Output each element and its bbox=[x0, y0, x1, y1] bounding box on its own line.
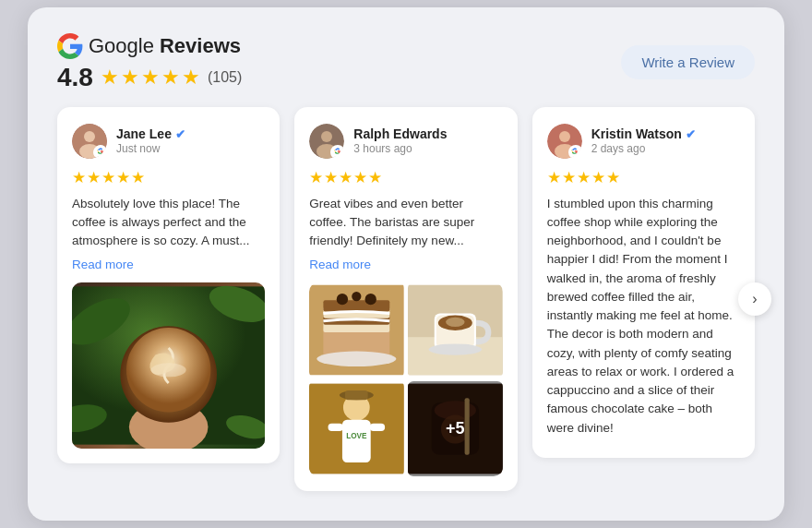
image-cell-coffee-cup bbox=[408, 282, 503, 378]
star-1: ★ bbox=[101, 66, 119, 90]
review-time-1: Just now bbox=[116, 142, 185, 155]
reviewer-row-2: Ralph Edwards 3 hours ago bbox=[309, 124, 502, 159]
google-reviews-title: Google Reviews bbox=[57, 33, 242, 59]
extra-count-overlay: +5 bbox=[408, 381, 503, 476]
reviewer-row-3: Kristin Watson ✔ 2 days ago bbox=[547, 124, 740, 159]
review-stars-2: ★ ★ ★ ★ ★ bbox=[309, 168, 502, 187]
avatar-2 bbox=[309, 124, 344, 159]
reviews-list: Jane Lee ✔ Just now ★ ★ ★ ★ ★ Absolutely… bbox=[57, 107, 755, 492]
header: Google Reviews 4.8 ★ ★ ★ ★ ★ (105) Write… bbox=[57, 33, 755, 92]
reviewer-name-3: Kristin Watson ✔ bbox=[591, 126, 696, 141]
coffee-latte-image bbox=[72, 282, 265, 449]
reviews-label: Reviews bbox=[160, 34, 241, 58]
review-text-2: Great vibes and even better coffee. The … bbox=[309, 195, 502, 251]
svg-text:LOVE: LOVE bbox=[346, 433, 367, 441]
header-stars: ★ ★ ★ ★ ★ bbox=[101, 66, 200, 90]
google-logo-icon bbox=[57, 33, 83, 59]
svg-point-51 bbox=[559, 131, 570, 142]
star-2: ★ bbox=[121, 66, 139, 90]
google-badge-icon-2 bbox=[332, 146, 344, 158]
verified-icon-3: ✔ bbox=[686, 127, 696, 141]
svg-rect-42 bbox=[370, 424, 385, 431]
svg-rect-41 bbox=[328, 424, 343, 431]
svg-point-12 bbox=[151, 364, 186, 378]
google-badge-icon bbox=[95, 146, 107, 158]
review-text-1: Absolutely love this place! The coffee i… bbox=[72, 195, 265, 251]
review-card-1: Jane Lee ✔ Just now ★ ★ ★ ★ ★ Absolutely… bbox=[57, 107, 280, 464]
rating-number: 4.8 bbox=[57, 63, 93, 92]
svg-point-1 bbox=[84, 131, 95, 142]
avatar-1 bbox=[72, 124, 107, 159]
reviewer-info-3: Kristin Watson ✔ 2 days ago bbox=[591, 126, 696, 155]
google-label: Google bbox=[89, 34, 154, 58]
header-left: Google Reviews 4.8 ★ ★ ★ ★ ★ (105) bbox=[57, 33, 242, 92]
review-stars-1: ★ ★ ★ ★ ★ bbox=[72, 168, 265, 187]
review-card-2: Ralph Edwards 3 hours ago ★ ★ ★ ★ ★ Grea… bbox=[294, 107, 517, 492]
svg-point-33 bbox=[429, 344, 482, 355]
read-more-1[interactable]: Read more bbox=[72, 258, 134, 271]
reviewer-info-1: Jane Lee ✔ Just now bbox=[116, 126, 185, 155]
google-reviews-widget: Google Reviews 4.8 ★ ★ ★ ★ ★ (105) Write… bbox=[28, 7, 784, 522]
star-4: ★ bbox=[161, 66, 180, 90]
image-cell-dark-coffee: +5 bbox=[408, 381, 503, 476]
write-review-button[interactable]: Write a Review bbox=[621, 45, 755, 79]
reviewer-info-2: Ralph Edwards 3 hours ago bbox=[353, 126, 447, 155]
image-cell-cake bbox=[309, 282, 404, 378]
svg-point-23 bbox=[337, 294, 348, 305]
avatar-3 bbox=[547, 124, 582, 159]
review-images-2: LOVE bbox=[309, 282, 502, 476]
svg-rect-22 bbox=[324, 301, 390, 312]
star-5: ★ bbox=[182, 66, 200, 90]
svg-point-25 bbox=[365, 294, 376, 305]
rating-row: 4.8 ★ ★ ★ ★ ★ (105) bbox=[57, 63, 242, 92]
svg-point-16 bbox=[332, 146, 344, 158]
reviewer-name-1: Jane Lee ✔ bbox=[116, 126, 185, 141]
chevron-right-icon: › bbox=[752, 291, 757, 307]
review-time-2: 3 hours ago bbox=[353, 142, 447, 155]
review-count: (105) bbox=[208, 69, 242, 86]
svg-rect-39 bbox=[342, 420, 371, 462]
review-text-3: I stumbled upon this charming coffee sho… bbox=[547, 195, 740, 438]
reviewer-name-2: Ralph Edwards bbox=[353, 126, 447, 141]
verified-icon-1: ✔ bbox=[175, 127, 185, 141]
review-time-3: 2 days ago bbox=[591, 142, 696, 155]
review-card-3: Kristin Watson ✔ 2 days ago ★ ★ ★ ★ ★ I … bbox=[532, 107, 755, 458]
svg-point-32 bbox=[446, 318, 465, 327]
next-arrow-button[interactable]: › bbox=[738, 282, 771, 316]
star-3: ★ bbox=[141, 66, 160, 90]
svg-point-3 bbox=[95, 146, 107, 158]
google-badge-icon-3 bbox=[569, 146, 581, 158]
read-more-2[interactable]: Read more bbox=[309, 258, 371, 271]
svg-point-26 bbox=[317, 352, 397, 366]
image-cell-girl: LOVE bbox=[309, 381, 404, 476]
svg-rect-38 bbox=[345, 390, 368, 400]
svg-point-14 bbox=[321, 131, 332, 142]
review-stars-3: ★ ★ ★ ★ ★ bbox=[547, 168, 740, 187]
svg-point-53 bbox=[569, 146, 581, 158]
svg-point-24 bbox=[352, 292, 362, 301]
review-image-1 bbox=[72, 282, 265, 449]
reviewer-row-1: Jane Lee ✔ Just now bbox=[72, 124, 265, 159]
